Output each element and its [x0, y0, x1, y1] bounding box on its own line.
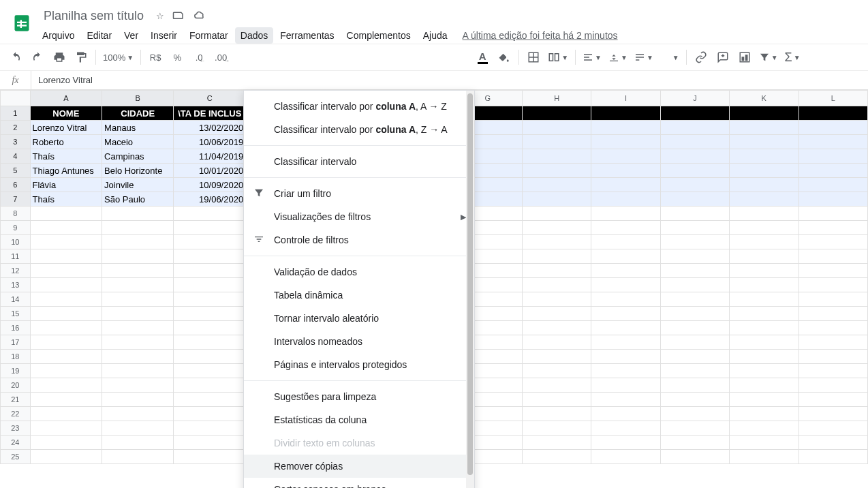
cell-K11[interactable] [730, 249, 799, 264]
cell-L9[interactable] [799, 221, 868, 235]
menu-cleanup-suggestions[interactable]: Sugestões para limpeza [244, 385, 474, 408]
cell-A1[interactable]: NOME [30, 106, 102, 121]
cell-J8[interactable] [660, 207, 729, 221]
cell-H17[interactable] [522, 335, 591, 350]
cell-A18[interactable] [30, 350, 102, 364]
print-button[interactable] [49, 48, 69, 67]
menu-editar[interactable]: Editar [81, 27, 117, 44]
cell-I5[interactable] [591, 164, 660, 178]
zoom-select[interactable]: 100%▼ [100, 48, 136, 67]
cell-A21[interactable] [30, 393, 102, 407]
cell-K22[interactable] [730, 407, 799, 421]
cell-C9[interactable] [174, 221, 246, 235]
cell-H20[interactable] [522, 378, 591, 393]
menu-arquivo[interactable]: Arquivo [37, 27, 80, 44]
row-header-15[interactable]: 15 [1, 307, 31, 321]
fill-color-button[interactable] [494, 48, 514, 67]
cell-B24[interactable] [102, 436, 174, 450]
cell-I1[interactable] [591, 106, 660, 121]
wrap-button[interactable]: ▼ [632, 48, 656, 67]
cell-I3[interactable] [591, 135, 660, 149]
cell-H6[interactable] [522, 178, 591, 192]
cell-J18[interactable] [660, 350, 729, 364]
document-title[interactable]: Planilha sem título [40, 7, 148, 25]
cell-J19[interactable] [660, 364, 729, 378]
cell-A24[interactable] [30, 436, 102, 450]
cell-H12[interactable] [522, 264, 591, 278]
col-header-J[interactable]: J [660, 91, 729, 106]
cell-B22[interactable] [102, 407, 174, 421]
cell-I12[interactable] [591, 264, 660, 278]
cell-B17[interactable] [102, 335, 174, 350]
menu-filter-views[interactable]: Visualizações de filtros▶ [244, 205, 474, 228]
cell-I11[interactable] [591, 249, 660, 264]
cell-L24[interactable] [799, 436, 868, 450]
cell-K10[interactable] [730, 235, 799, 249]
cell-J5[interactable] [660, 164, 729, 178]
cell-K14[interactable] [730, 292, 799, 307]
cell-H13[interactable] [522, 278, 591, 292]
cell-L19[interactable] [799, 364, 868, 378]
cell-J1[interactable] [660, 106, 729, 121]
cloud-status-icon[interactable] [193, 9, 206, 23]
row-header-9[interactable]: 9 [1, 221, 31, 235]
cell-A22[interactable] [30, 407, 102, 421]
cell-L10[interactable] [799, 235, 868, 249]
cell-K12[interactable] [730, 264, 799, 278]
cell-J11[interactable] [660, 249, 729, 264]
cell-I17[interactable] [591, 335, 660, 350]
cell-H22[interactable] [522, 407, 591, 421]
cell-J4[interactable] [660, 149, 729, 164]
cell-L21[interactable] [799, 393, 868, 407]
cell-K5[interactable] [730, 164, 799, 178]
cell-B23[interactable] [102, 421, 174, 436]
cell-H16[interactable] [522, 321, 591, 335]
cell-L18[interactable] [799, 350, 868, 364]
cell-K3[interactable] [730, 135, 799, 149]
cell-C16[interactable] [174, 321, 246, 335]
menu-create-filter[interactable]: Criar um filtro [244, 182, 474, 205]
cell-C8[interactable] [174, 207, 246, 221]
increase-decimal-button[interactable]: .00→ [211, 48, 231, 67]
row-header-3[interactable]: 3 [1, 135, 31, 149]
cell-B7[interactable]: São Paulo [102, 192, 174, 207]
decrease-decimal-button[interactable]: .0← [189, 48, 209, 67]
cell-H25[interactable] [522, 450, 591, 464]
col-header-B[interactable]: B [102, 91, 174, 106]
cell-K21[interactable] [730, 393, 799, 407]
cell-A10[interactable] [30, 235, 102, 249]
cell-B19[interactable] [102, 364, 174, 378]
cell-L5[interactable] [799, 164, 868, 178]
cell-L17[interactable] [799, 335, 868, 350]
cell-J3[interactable] [660, 135, 729, 149]
star-icon[interactable]: ☆ [156, 11, 164, 21]
cell-H7[interactable] [522, 192, 591, 207]
cell-I15[interactable] [591, 307, 660, 321]
menu-ferramentas[interactable]: Ferramentas [275, 27, 339, 44]
cell-L8[interactable] [799, 207, 868, 221]
paint-format-button[interactable] [71, 48, 91, 67]
cell-B21[interactable] [102, 393, 174, 407]
cell-K13[interactable] [730, 278, 799, 292]
menu-dados[interactable]: Dados [235, 27, 273, 44]
cell-I20[interactable] [591, 378, 660, 393]
menu-trim-whitespace[interactable]: Cortar espaços em branco [244, 478, 474, 488]
cell-B5[interactable]: Belo Horizonte [102, 164, 174, 178]
cell-C1[interactable]: \TA DE INCLUS [174, 106, 246, 121]
cell-I13[interactable] [591, 278, 660, 292]
cell-L23[interactable] [799, 421, 868, 436]
col-header-I[interactable]: I [591, 91, 660, 106]
row-header-5[interactable]: 5 [1, 164, 31, 178]
cell-J16[interactable] [660, 321, 729, 335]
row-header-1[interactable]: 1 [1, 106, 31, 121]
menu-column-stats[interactable]: Estatísticas da coluna [244, 408, 474, 431]
cell-L6[interactable] [799, 178, 868, 192]
cell-B4[interactable]: Campinas [102, 149, 174, 164]
cell-K24[interactable] [730, 436, 799, 450]
menu-inserir[interactable]: Inserir [145, 27, 183, 44]
cell-L20[interactable] [799, 378, 868, 393]
cell-L16[interactable] [799, 321, 868, 335]
cell-C24[interactable] [174, 436, 246, 450]
cell-J22[interactable] [660, 407, 729, 421]
cell-B20[interactable] [102, 378, 174, 393]
